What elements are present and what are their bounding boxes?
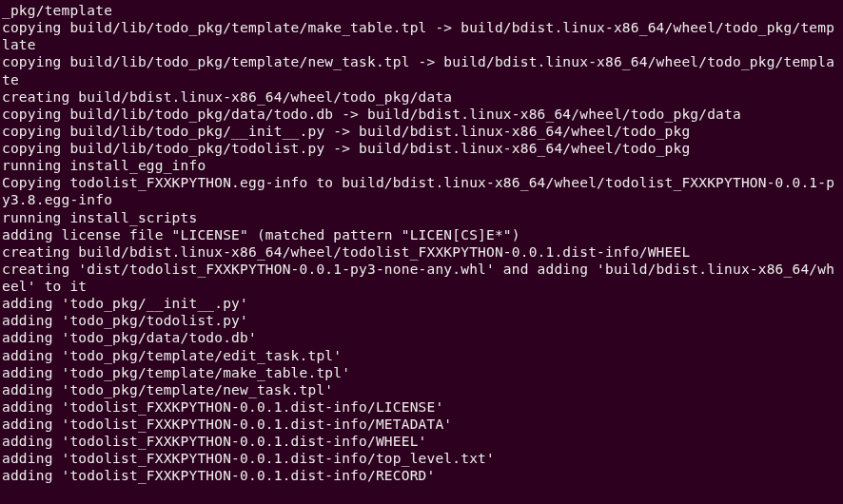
- terminal-line: copying build/lib/todo_pkg/template/new_…: [2, 53, 841, 87]
- terminal-line: adding 'todolist_FXXKPYTHON-0.0.1.dist-i…: [2, 433, 841, 450]
- terminal-output[interactable]: _pkg/templatecopying build/lib/todo_pkg/…: [2, 2, 841, 485]
- terminal-line: copying build/lib/todo_pkg/__init__.py -…: [2, 123, 841, 140]
- terminal-line: adding 'todolist_FXXKPYTHON-0.0.1.dist-i…: [2, 467, 841, 484]
- terminal-line: adding 'todolist_FXXKPYTHON-0.0.1.dist-i…: [2, 450, 841, 467]
- terminal-line: _pkg/template: [2, 2, 841, 19]
- terminal-line: running install_scripts: [2, 209, 841, 226]
- terminal-line: running install_egg_info: [2, 157, 841, 174]
- terminal-line: Copying todolist_FXXKPYTHON.egg-info to …: [2, 174, 841, 208]
- terminal-line: adding 'todo_pkg/__init__.py': [2, 295, 841, 312]
- terminal-line: adding 'todolist_FXXKPYTHON-0.0.1.dist-i…: [2, 416, 841, 433]
- terminal-line: adding license file "LICENSE" (matched p…: [2, 226, 841, 243]
- terminal-line: creating build/bdist.linux-x86_64/wheel/…: [2, 88, 841, 106]
- terminal-line: adding 'todo_pkg/data/todo.db': [2, 329, 841, 346]
- terminal-line: creating 'dist/todolist_FXXKPYTHON-0.0.1…: [2, 261, 841, 295]
- terminal-line: creating build/bdist.linux-x86_64/wheel/…: [2, 243, 841, 261]
- terminal-line: adding 'todo_pkg/template/new_task.tpl': [2, 381, 841, 398]
- terminal-line: adding 'todolist_FXXKPYTHON-0.0.1.dist-i…: [2, 398, 841, 416]
- terminal-line: copying build/lib/todo_pkg/data/todo.db …: [2, 106, 841, 123]
- terminal-line: adding 'todo_pkg/todolist.py': [2, 312, 841, 329]
- terminal-line: adding 'todo_pkg/template/edit_task.tpl': [2, 347, 841, 364]
- terminal-line: copying build/lib/todo_pkg/todolist.py -…: [2, 140, 841, 157]
- terminal-line: copying build/lib/todo_pkg/template/make…: [2, 19, 841, 53]
- terminal-line: adding 'todo_pkg/template/make_table.tpl…: [2, 364, 841, 381]
